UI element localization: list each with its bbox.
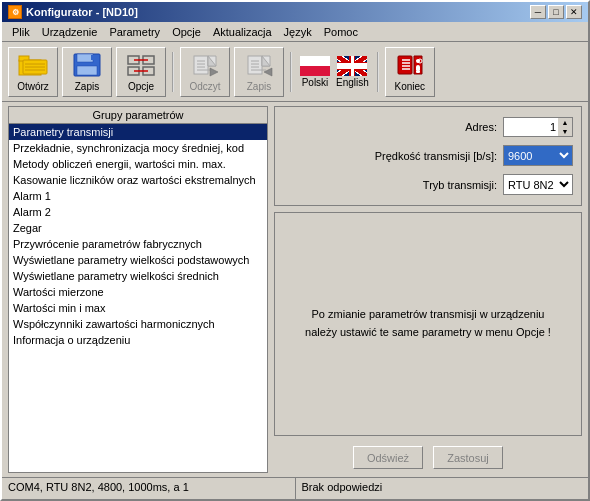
polish-label: Polski [302, 77, 329, 88]
toolbar-separator-3 [377, 52, 379, 92]
list-item[interactable]: Wartości min i max [9, 300, 267, 316]
options-icon-svg [126, 52, 156, 78]
menu-device[interactable]: Urządzenie [36, 24, 104, 39]
right-panel: Adres: ▲ ▼ Prędkość transmisji [b/s]: [274, 106, 582, 473]
baud-label: Prędkość transmisji [b/s]: [375, 150, 497, 162]
content-area: Grupy parametrów Parametry transmisji Pr… [2, 102, 588, 477]
open-icon-svg [17, 52, 49, 78]
list-item[interactable]: Wyświetlane parametry wielkości średnich [9, 268, 267, 284]
open-label: Otwórz [17, 81, 49, 92]
read-label: Odczyt [189, 81, 220, 92]
read-button[interactable]: Odczyt [180, 47, 230, 97]
list-item[interactable]: Informacja o urządzeniu [9, 332, 267, 348]
end-button[interactable]: Koniec [385, 47, 435, 97]
svg-marker-31 [264, 68, 272, 76]
refresh-button[interactable]: Odśwież [353, 446, 423, 469]
info-box: Po zmianie parametrów transmisji w urząd… [274, 212, 582, 436]
menu-update[interactable]: Aktualizacja [207, 24, 278, 39]
main-window: ⚙ Konfigurator - [ND10] ─ □ ✕ Plik Urząd… [0, 0, 590, 501]
save-icon [71, 51, 103, 79]
close-button[interactable]: ✕ [566, 5, 582, 19]
list-item[interactable]: Przekładnie, synchronizacja mocy średnie… [9, 140, 267, 156]
list-item[interactable]: Kasowanie liczników oraz wartości ekstre… [9, 172, 267, 188]
end-label: Koniec [395, 81, 426, 92]
read-icon [189, 51, 221, 79]
maximize-button[interactable]: □ [548, 5, 564, 19]
polish-flag [300, 56, 330, 76]
svg-rect-8 [77, 66, 97, 75]
group-title: Grupy parametrów [8, 106, 268, 123]
menubar: Plik Urządzenie Parametry Opcje Aktualiz… [2, 22, 588, 42]
mode-row: Tryb transmisji: RTU 8N2 RTU 8E1 RTU 8O1… [283, 174, 573, 195]
open-button[interactable]: Otwórz [8, 47, 58, 97]
mode-combo[interactable]: RTU 8N2 RTU 8E1 RTU 8O1 ASCII [503, 174, 573, 195]
address-down-button[interactable]: ▼ [558, 127, 572, 136]
write-button[interactable]: Zapis [234, 47, 284, 97]
list-item[interactable]: Wartości mierzone [9, 284, 267, 300]
open-icon [17, 51, 49, 79]
list-item[interactable]: Zegar [9, 220, 267, 236]
svg-marker-23 [210, 68, 218, 76]
baud-rate-row: Prędkość transmisji [b/s]: 1200 2400 480… [283, 145, 573, 166]
write-label: Zapis [247, 81, 271, 92]
left-panel: Grupy parametrów Parametry transmisji Pr… [8, 106, 268, 473]
address-spinbox[interactable]: ▲ ▼ [503, 117, 573, 137]
polish-button[interactable]: Polski [300, 56, 330, 88]
mode-select[interactable]: RTU 8N2 RTU 8E1 RTU 8O1 ASCII [503, 174, 573, 195]
toolbar: Otwórz Zapis [2, 42, 588, 102]
options-label: Opcje [128, 81, 154, 92]
titlebar-left: ⚙ Konfigurator - [ND10] [8, 5, 138, 19]
minimize-button[interactable]: ─ [530, 5, 546, 19]
list-item[interactable]: Współczynniki zawartości harmonicznych [9, 316, 267, 332]
menu-language[interactable]: Język [278, 24, 318, 39]
list-item[interactable]: Alarm 2 [9, 204, 267, 220]
svg-rect-40 [416, 70, 420, 73]
statusbar: COM4, RTU 8N2, 4800, 1000ms, a 1 Brak od… [2, 477, 588, 499]
svg-rect-24 [248, 56, 262, 74]
language-group: Polski English [298, 56, 371, 88]
english-button[interactable]: English [336, 56, 369, 88]
titlebar-controls: ─ □ ✕ [530, 5, 582, 19]
menu-help[interactable]: Pomoc [318, 24, 364, 39]
address-up-button[interactable]: ▲ [558, 118, 572, 127]
toolbar-separator-2 [290, 52, 292, 92]
write-icon [243, 51, 275, 79]
status-left: COM4, RTU 8N2, 4800, 1000ms, a 1 [2, 478, 296, 499]
address-row: Adres: ▲ ▼ [283, 117, 573, 137]
titlebar: ⚙ Konfigurator - [ND10] ─ □ ✕ [2, 2, 588, 22]
mode-label: Tryb transmisji: [423, 179, 497, 191]
save-icon-svg [72, 52, 102, 78]
menu-options[interactable]: Opcje [166, 24, 207, 39]
svg-rect-16 [194, 56, 208, 74]
list-item[interactable]: Przywrócenie parametrów fabrycznych [9, 236, 267, 252]
address-input[interactable] [503, 117, 558, 137]
options-icon [125, 51, 157, 79]
svg-rect-7 [77, 54, 93, 62]
address-label: Adres: [465, 121, 497, 133]
apply-button[interactable]: Zastosuj [433, 446, 503, 469]
baud-select[interactable]: 1200 2400 4800 9600 19200 [503, 145, 573, 166]
parameter-group-list[interactable]: Parametry transmisji Przekładnie, synchr… [8, 123, 268, 473]
info-text: Po zmianie parametrów transmisji w urząd… [305, 306, 551, 341]
baud-combo[interactable]: 1200 2400 4800 9600 19200 [503, 145, 573, 166]
action-row: Odśwież Zastosuj [274, 442, 582, 473]
write-icon-svg [244, 52, 274, 78]
menu-parameters[interactable]: Parametry [103, 24, 166, 39]
status-right: Brak odpowiedzi [296, 478, 589, 499]
list-item[interactable]: Wyświetlane parametry wielkości podstawo… [9, 252, 267, 268]
options-button[interactable]: Opcje [116, 47, 166, 97]
svg-rect-9 [91, 55, 94, 60]
english-label: English [336, 77, 369, 88]
menu-file[interactable]: Plik [6, 24, 36, 39]
svg-rect-32 [398, 56, 412, 74]
list-item[interactable]: Alarm 1 [9, 188, 267, 204]
english-flag [337, 56, 367, 76]
window-title: Konfigurator - [ND10] [26, 6, 138, 18]
toolbar-separator-1 [172, 52, 174, 92]
list-item[interactable]: Parametry transmisji [9, 124, 267, 140]
app-icon: ⚙ [8, 5, 22, 19]
list-item[interactable]: Metody obliczeń energii, wartości min. m… [9, 156, 267, 172]
save-button[interactable]: Zapis [62, 47, 112, 97]
save-label: Zapis [75, 81, 99, 92]
end-icon [394, 51, 426, 79]
